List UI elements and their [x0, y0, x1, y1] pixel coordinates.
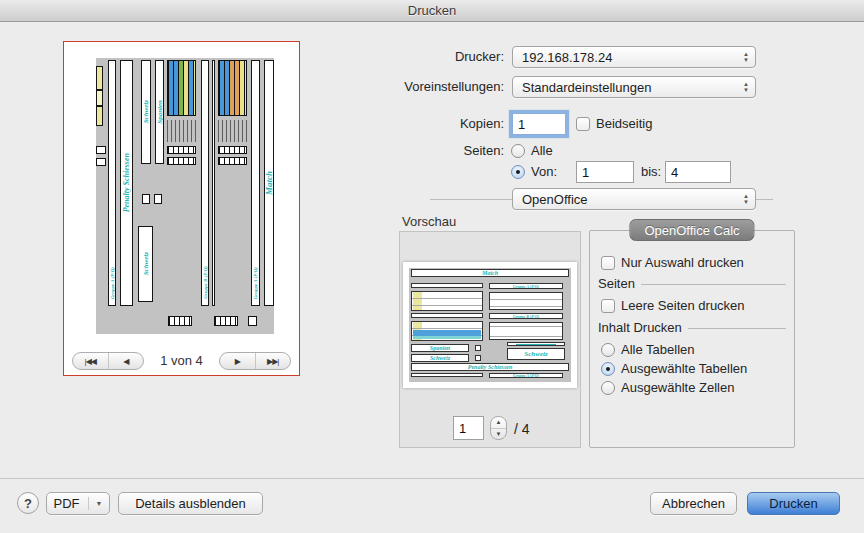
print-selection-checkbox[interactable] [601, 256, 615, 270]
doc-shape [413, 336, 481, 339]
duplex-checkbox[interactable] [576, 117, 590, 131]
pages-from-label: Von: [531, 164, 557, 180]
stepper-down-button[interactable]: ▼ [491, 428, 506, 440]
doc-group-label: Gruppe A (P/Q) [489, 283, 563, 289]
cancel-button-label: Abbrechen [662, 496, 725, 511]
page-thumbnail-widget[interactable]: Gruppe A (P/Q) Penalty Schiessen Schweiz… [63, 41, 300, 376]
pdf-button-label: PDF [54, 496, 80, 511]
window-title: Drucken [0, 0, 864, 21]
doc-shape [218, 157, 247, 165]
calc-panel-title: OpenOffice Calc [629, 219, 754, 241]
doc-shape [475, 355, 481, 361]
module-select[interactable]: OpenOffice ▲▼ [512, 188, 756, 210]
help-button[interactable]: ? [17, 492, 39, 514]
printer-value: 192.168.178.24 [522, 50, 612, 65]
doc-bar: Gruppe B (P/Q) [201, 60, 209, 306]
doc-group-label: Gruppe A (P/Q) [489, 373, 563, 378]
stepper-up-icon: ▲ [496, 419, 502, 425]
help-icon: ? [24, 496, 32, 511]
module-value: OpenOffice [522, 192, 588, 207]
nav-forward-group: ▶ ▶▶| [219, 352, 291, 370]
doc-shape [96, 146, 106, 154]
window-titlebar: Drucken [0, 0, 864, 22]
content-section-header: Inhalt Drucken [598, 320, 786, 335]
pages-from-radio[interactable] [511, 165, 525, 179]
selected-cells-label: Ausgewählte Zellen [621, 380, 734, 396]
doc-title-match: Match [264, 171, 274, 195]
doc-shape [516, 344, 555, 345]
doc-label-spanien: Spanien [156, 100, 164, 124]
vorschau-label: Vorschau [402, 214, 456, 229]
all-tables-label: Alle Tabellen [621, 342, 694, 358]
doc-shape [214, 316, 238, 326]
all-tables-radio[interactable] [601, 343, 615, 357]
doc-label-spanien: Spanien [411, 344, 469, 352]
print-selection-label: Nur Auswahl drucken [621, 255, 744, 271]
details-toggle-button[interactable]: Details ausblenden [118, 492, 263, 515]
preview-page-input[interactable] [453, 416, 484, 440]
doc-bar: Gruppe A (P/Q) [251, 60, 260, 306]
doc-label-schweiz: Schweiz [507, 348, 565, 360]
doc-shape [411, 283, 483, 288]
doc-group-label: Gruppe B (P/Q) [202, 266, 208, 299]
doc-bar-schweiz-2: Schweiz [138, 226, 153, 302]
selected-cells-radio[interactable] [601, 381, 615, 395]
doc-label-schweiz: Schweiz [142, 100, 150, 123]
doc-shape [218, 120, 247, 142]
doc-shape [167, 146, 196, 154]
presets-select[interactable]: Standardeinstellungen ▲▼ [512, 76, 756, 98]
doc-shape [96, 158, 106, 166]
doc-table [489, 322, 563, 340]
doc-bar-schweiz: Schweiz [141, 60, 151, 164]
doc-shape [96, 66, 103, 126]
last-page-button[interactable]: ▶▶| [255, 353, 291, 369]
doc-title-penalty: Penalty Schiessen [122, 153, 131, 212]
copies-input[interactable] [512, 113, 566, 135]
pages-from-input[interactable] [576, 161, 634, 183]
duplex-label: Beidseitig [596, 116, 652, 132]
doc-label-schweiz: Schweiz [142, 252, 150, 275]
doc-shape [167, 120, 196, 142]
doc-title-match: Match [411, 269, 569, 277]
printer-select[interactable]: 192.168.178.24 ▲▼ [512, 46, 756, 68]
selected-tables-label: Ausgewählte Tabellen [621, 361, 747, 377]
next-page-button[interactable]: ▶ [220, 353, 255, 369]
doc-table [489, 292, 563, 310]
pages-to-input[interactable] [665, 161, 731, 183]
pages-all-radio[interactable] [511, 144, 525, 158]
page-thumbnail: Gruppe A (P/Q) Penalty Schiessen Schweiz… [66, 44, 297, 347]
doc-group-label: Gruppe A (P/Q) [109, 267, 115, 299]
last-page-icon: ▶▶| [267, 357, 278, 366]
preview-content-area: Match Gruppe A (P/Q) Gruppe B (P/Q) Sp [409, 268, 571, 382]
thumbnail-nav: |◀◀ ◀ 1 von 4 ▶ ▶▶| [64, 350, 299, 372]
skip-empty-checkbox[interactable] [601, 299, 615, 313]
doc-label-schweiz: Schweiz [411, 354, 469, 362]
copies-label: Kopien: [460, 113, 504, 135]
doc-table [411, 321, 483, 341]
pages-all-label: Alle [531, 143, 553, 159]
details-button-label: Details ausblenden [135, 496, 246, 511]
skip-empty-label: Leere Seiten drucken [621, 298, 745, 314]
stepper-down-icon: ▼ [496, 431, 502, 437]
pages-label: Seiten: [464, 143, 504, 159]
print-button[interactable]: Drucken [747, 492, 840, 515]
section-divider [641, 284, 786, 285]
doc-bar-spanien: Spanien [155, 60, 164, 164]
preview-page-stepper: ▲ ▼ [490, 416, 507, 440]
preview-page: Match Gruppe A (P/Q) Gruppe B (P/Q) Sp [403, 262, 577, 388]
pdf-button[interactable]: PDF ▼ [46, 492, 110, 515]
footer-divider [0, 478, 864, 479]
printer-label: Drucker: [455, 46, 504, 68]
dropdown-arrows-icon: ▲▼ [743, 189, 749, 209]
doc-shape [218, 146, 247, 154]
print-button-label: Drucken [769, 496, 817, 511]
dropdown-arrows-icon: ▲▼ [743, 47, 749, 67]
doc-shape [507, 342, 565, 346]
stepper-up-button[interactable]: ▲ [491, 417, 506, 428]
doc-shape [167, 157, 196, 165]
cancel-button[interactable]: Abbrechen [650, 492, 737, 515]
presets-label: Voreinstellungen: [404, 76, 504, 98]
doc-shape [411, 373, 483, 377]
doc-shape [248, 316, 257, 326]
selected-tables-radio[interactable] [601, 362, 615, 376]
